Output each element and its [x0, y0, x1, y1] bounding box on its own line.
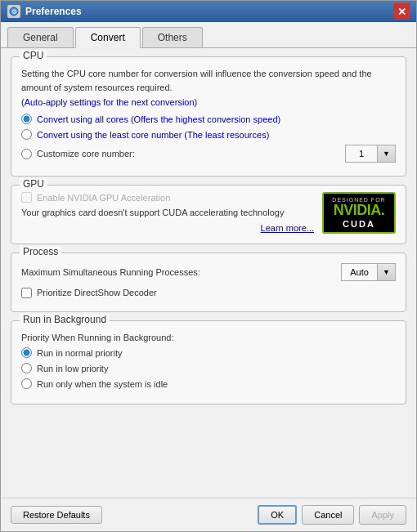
cuda-text: CUDA	[343, 219, 375, 229]
cpu-group-content: Setting the CPU core number for conversi…	[21, 67, 396, 163]
restore-defaults-button[interactable]: Restore Defaults	[11, 506, 102, 524]
radio-low-input[interactable]	[21, 363, 32, 373]
ok-button[interactable]: OK	[258, 505, 297, 525]
tab-others[interactable]: Others	[142, 27, 203, 47]
title-bar-left: ⚙ Preferences	[7, 5, 82, 18]
gpu-right: DESIGNED FOR NVIDIA. CUDA	[322, 192, 396, 234]
cancel-button[interactable]: Cancel	[302, 505, 354, 525]
radio-idle-label[interactable]: Run only when the system is idle	[37, 379, 168, 389]
window-title: Preferences	[25, 6, 82, 17]
directshow-row: Prioritize DirectShow Decoder	[21, 288, 396, 298]
background-group-content: Priority When Running in Background: Run…	[21, 331, 396, 390]
radio-least-cores-label[interactable]: Convert using the least core number (The…	[37, 130, 269, 140]
tab-bar: General Convert Others	[1, 22, 416, 48]
priority-label: Priority When Running in Background:	[21, 331, 396, 345]
radio-least-cores-input[interactable]	[21, 129, 32, 140]
radio-idle-priority: Run only when the system is idle	[21, 378, 396, 389]
process-value: Auto	[341, 263, 378, 281]
process-group-content: Maximum Simultaneous Running Processes: …	[21, 263, 396, 298]
title-bar: ⚙ Preferences ✕	[1, 1, 416, 22]
radio-all-cores-input[interactable]	[21, 114, 32, 124]
core-select: ▼	[345, 145, 396, 163]
apply-button[interactable]: Apply	[359, 505, 406, 525]
radio-all-cores: Convert using all cores (Offers the high…	[21, 114, 396, 124]
radio-low-priority: Run in low priority	[21, 363, 396, 373]
cpu-group: CPU Setting the CPU core number for conv…	[11, 56, 406, 177]
priority-options: Run in normal priority Run in low priori…	[21, 347, 396, 389]
radio-normal-input[interactable]	[21, 347, 32, 358]
background-group: Run in Background Priority When Running …	[11, 320, 406, 405]
tab-convert[interactable]: Convert	[75, 27, 141, 48]
main-content: CPU Setting the CPU core number for conv…	[1, 48, 416, 498]
core-dropdown-btn[interactable]: ▼	[378, 145, 396, 163]
app-icon: ⚙	[7, 5, 20, 18]
max-processes-label: Maximum Simultaneous Running Processes:	[21, 267, 200, 277]
nvidia-brand-text: NVIDIA.	[334, 203, 385, 219]
radio-customize-input[interactable]	[21, 149, 32, 159]
gpu-row: Enable NVIDIA GPU Acceleration Your grap…	[21, 192, 396, 234]
nvidia-badge: DESIGNED FOR NVIDIA. CUDA	[322, 192, 396, 234]
process-group: Process Maximum Simultaneous Running Pro…	[11, 253, 406, 312]
tab-general[interactable]: General	[7, 27, 74, 47]
gpu-info-text: Your graphics card doesn't support CUDA …	[21, 206, 314, 220]
radio-customize-label[interactable]: Customize core number:	[37, 149, 135, 159]
learn-more-link[interactable]: Learn more...	[21, 223, 314, 233]
process-group-label: Process	[20, 246, 61, 257]
directshow-checkbox[interactable]	[21, 288, 32, 298]
cpu-info-text: Setting the CPU core number for conversi…	[21, 67, 396, 94]
gpu-left: Enable NVIDIA GPU Acceleration Your grap…	[21, 192, 314, 233]
radio-low-label[interactable]: Run in low priority	[37, 364, 108, 373]
radio-least-cores: Convert using the least core number (The…	[21, 129, 396, 140]
cpu-group-label: CPU	[20, 50, 47, 61]
preferences-window: ⚙ Preferences ✕ General Convert Others C…	[0, 0, 417, 532]
bottom-buttons: OK Cancel Apply	[258, 505, 406, 525]
radio-normal-label[interactable]: Run in normal priority	[37, 348, 123, 358]
directshow-label[interactable]: Prioritize DirectShow Decoder	[37, 288, 157, 297]
core-number-input[interactable]	[345, 145, 378, 163]
gpu-checkbox-label: Enable NVIDIA GPU Acceleration	[37, 193, 170, 203]
background-group-label: Run in Background	[20, 314, 110, 325]
gpu-group-label: GPU	[20, 178, 47, 190]
svg-text:⚙: ⚙	[11, 8, 17, 16]
radio-normal-priority: Run in normal priority	[21, 347, 396, 358]
process-row: Maximum Simultaneous Running Processes: …	[21, 263, 396, 281]
process-select: Auto ▼	[341, 263, 396, 281]
auto-apply-text: (Auto-apply settings for the next conver…	[21, 97, 396, 107]
gpu-checkbox-row: Enable NVIDIA GPU Acceleration	[21, 192, 314, 203]
close-button[interactable]: ✕	[393, 3, 410, 20]
gpu-checkbox[interactable]	[21, 192, 32, 203]
gpu-group: GPU Enable NVIDIA GPU Acceleration Your …	[11, 185, 406, 244]
footer: Restore Defaults OK Cancel Apply	[1, 498, 416, 531]
radio-idle-input[interactable]	[21, 378, 32, 389]
process-dropdown-btn[interactable]: ▼	[378, 263, 396, 281]
customize-row: Customize core number: ▼	[21, 145, 396, 163]
radio-all-cores-label[interactable]: Convert using all cores (Offers the high…	[37, 114, 280, 124]
